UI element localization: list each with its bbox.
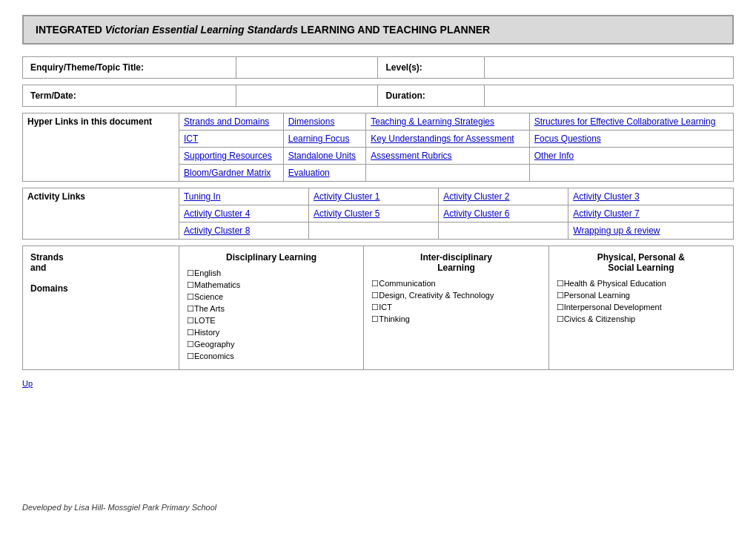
hl-strands[interactable]: Strands and Domains	[179, 113, 283, 131]
check-interpersonal: ☐Interpersonal Development	[557, 303, 726, 312]
activity-links-section: Activity Links Tuning In Activity Cluste…	[22, 188, 734, 240]
check-english: ☐English	[187, 268, 356, 278]
al-cluster2[interactable]: Activity Cluster 2	[439, 188, 568, 205]
check-mathematics: ☐Mathematics	[187, 280, 356, 290]
al-cluster1[interactable]: Activity Cluster 1	[309, 188, 439, 205]
hl-empty1	[366, 165, 530, 182]
al-cluster5[interactable]: Activity Cluster 5	[309, 205, 439, 222]
link-standalone-units[interactable]: Standalone Units	[288, 151, 356, 161]
hl-bloom[interactable]: Bloom/Gardner Matrix	[179, 165, 283, 182]
hl-supporting[interactable]: Supporting Resources	[179, 148, 283, 165]
activity-links-label: Activity Links	[23, 188, 179, 240]
check-ict: ☐ICT	[371, 303, 540, 312]
check-design: ☐Design, Creativity & Technology	[371, 291, 540, 300]
al-cluster8[interactable]: Activity Cluster 8	[179, 222, 308, 240]
enquiry-value	[236, 57, 378, 79]
strands-line3: Domains	[30, 283, 68, 294]
link-cluster1[interactable]: Activity Cluster 1	[314, 191, 379, 202]
check-economics: ☐Economics	[187, 352, 356, 361]
check-lote: ☐LOTE	[187, 316, 356, 326]
up-link[interactable]: Up	[22, 379, 33, 388]
link-dimensions[interactable]: Dimensions	[288, 116, 335, 127]
title-suffix: LEARNING AND TEACHING PLANNER	[298, 24, 490, 36]
link-assessment-rubrics[interactable]: Assessment Rubrics	[371, 151, 451, 161]
hl-dimensions[interactable]: Dimensions	[283, 113, 366, 131]
link-cluster4[interactable]: Activity Cluster 4	[184, 208, 250, 219]
strands-line2: and	[30, 263, 46, 273]
link-cluster7[interactable]: Activity Cluster 7	[573, 208, 639, 219]
check-history: ☐History	[187, 328, 356, 337]
link-other-info[interactable]: Other Info	[534, 151, 574, 161]
al-cluster4[interactable]: Activity Cluster 4	[179, 205, 308, 222]
al-empty1	[309, 222, 439, 240]
link-ict[interactable]: ICT	[184, 134, 198, 144]
duration-label: Duration:	[378, 85, 485, 107]
al-wrapping[interactable]: Wrapping up & review	[568, 222, 734, 240]
hl-teaching[interactable]: Teaching & Learning Strategies	[366, 113, 530, 131]
hl-evaluation[interactable]: Evaluation	[283, 165, 366, 182]
check-personal: ☐Personal Learning	[557, 291, 726, 300]
link-cluster3[interactable]: Activity Cluster 3	[573, 191, 639, 202]
enquiry-level-row: Enquiry/Theme/Topic Title: Level(s):	[22, 56, 734, 79]
hl-assessment-rubrics[interactable]: Assessment Rubrics	[366, 148, 530, 165]
enquiry-label: Enquiry/Theme/Topic Title:	[23, 57, 236, 79]
al-cluster6[interactable]: Activity Cluster 6	[439, 205, 568, 222]
footer-text: Developed by Lisa Hill- Mossgiel Park Pr…	[22, 503, 216, 512]
duration-value	[485, 85, 734, 107]
al-cluster7[interactable]: Activity Cluster 7	[568, 205, 734, 222]
hl-ict[interactable]: ICT	[179, 131, 283, 148]
term-value	[236, 85, 378, 107]
al-empty2	[439, 222, 568, 240]
hl-key-understandings[interactable]: Key Understandings for Assessment	[366, 131, 530, 148]
check-geography: ☐Geography	[187, 340, 356, 349]
link-cluster5[interactable]: Activity Cluster 5	[314, 208, 379, 219]
level-value	[485, 57, 734, 79]
link-strands-domains[interactable]: Strands and Domains	[184, 116, 269, 127]
check-civics: ☐Civics & Citizenship	[557, 314, 726, 324]
link-bloom[interactable]: Bloom/Gardner Matrix	[184, 168, 271, 178]
disciplinary-section: Disciplinary Learning ☐English ☐Mathemat…	[179, 246, 363, 370]
strands-line1: Strands	[30, 252, 64, 263]
term-duration-row: Term/Date: Duration:	[22, 85, 734, 107]
physical-section: Physical, Personal &Social Learning ☐Hea…	[548, 246, 733, 370]
al-tuning-in[interactable]: Tuning In	[179, 188, 308, 205]
title-prefix: INTEGRATED	[36, 24, 105, 36]
hyper-links-section: Hyper Links in this document Strands and…	[22, 113, 734, 182]
interdisciplinary-header: Inter-disciplinaryLearning	[371, 252, 540, 273]
hl-learning-focus[interactable]: Learning Focus	[283, 131, 366, 148]
hl-focus-questions[interactable]: Focus Questions	[529, 131, 733, 148]
link-tuning-in[interactable]: Tuning In	[184, 191, 221, 202]
check-arts: ☐The Arts	[187, 304, 356, 314]
link-cluster2[interactable]: Activity Cluster 2	[443, 191, 509, 202]
link-cluster6[interactable]: Activity Cluster 6	[443, 208, 509, 219]
interdisciplinary-section: Inter-disciplinaryLearning ☐Communicatio…	[364, 246, 548, 370]
hl-standalone[interactable]: Standalone Units	[283, 148, 366, 165]
hyper-links-label: Hyper Links in this document	[23, 113, 179, 182]
link-evaluation[interactable]: Evaluation	[288, 168, 330, 178]
check-thinking: ☐Thinking	[371, 314, 540, 324]
physical-header: Physical, Personal &Social Learning	[557, 252, 726, 273]
hl-other-info[interactable]: Other Info	[529, 148, 733, 165]
hl-empty2	[529, 165, 733, 182]
link-teaching-strategies[interactable]: Teaching & Learning Strategies	[371, 116, 494, 127]
check-health: ☐Health & Physical Education	[557, 279, 726, 289]
title-italic: Victorian Essential Learning Standards	[105, 24, 298, 36]
level-label: Level(s):	[378, 57, 485, 79]
link-focus-questions[interactable]: Focus Questions	[534, 134, 601, 144]
disciplinary-header: Disciplinary Learning	[187, 252, 356, 263]
link-key-understandings[interactable]: Key Understandings for Assessment	[371, 134, 514, 144]
link-cluster8[interactable]: Activity Cluster 8	[184, 225, 250, 236]
al-cluster3[interactable]: Activity Cluster 3	[568, 188, 734, 205]
link-structures[interactable]: Structures for Effective Collaborative L…	[534, 116, 716, 127]
hl-structures[interactable]: Structures for Effective Collaborative L…	[529, 113, 733, 131]
strands-section: Strands and Domains Disciplinary Learnin…	[22, 245, 734, 370]
check-communication: ☐Communication	[371, 279, 540, 289]
check-science: ☐Science	[187, 292, 356, 302]
link-wrapping-up[interactable]: Wrapping up & review	[573, 225, 660, 236]
strands-label: Strands and Domains	[23, 246, 179, 370]
link-learning-focus[interactable]: Learning Focus	[288, 134, 350, 144]
term-label: Term/Date:	[23, 85, 236, 107]
page-title: INTEGRATED Victorian Essential Learning …	[22, 15, 734, 44]
link-supporting-resources[interactable]: Supporting Resources	[184, 151, 272, 161]
